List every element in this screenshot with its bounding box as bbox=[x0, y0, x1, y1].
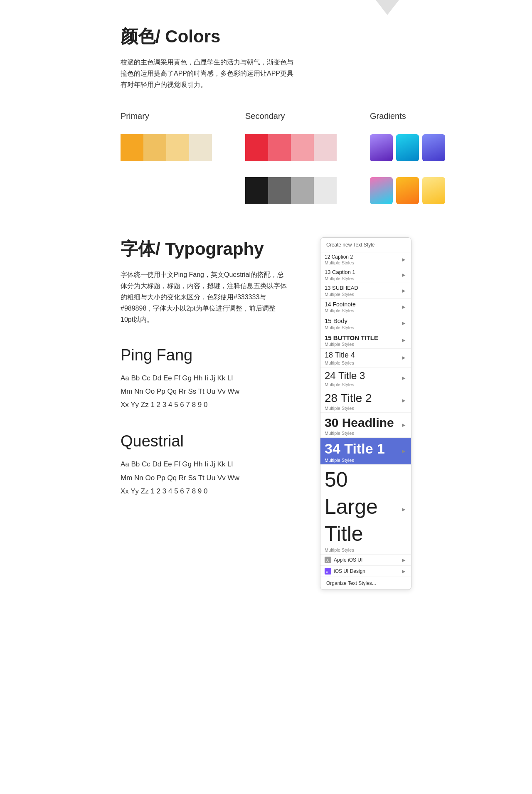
footer-row-apple: A Apple iOS UI bbox=[325, 557, 362, 563]
svg-text:D: D bbox=[326, 570, 328, 574]
item-sub-body: Multiple Styles bbox=[325, 325, 354, 330]
primary-label: Primary bbox=[121, 111, 212, 121]
item-text-caption2: 12 Caption 2 Multiple Styles bbox=[325, 254, 354, 266]
arrow-icon-subhead: ▶ bbox=[402, 288, 405, 293]
item-sub-subhead: Multiple Styles bbox=[325, 292, 358, 297]
item-text-title1: 34 Title 1 Multiple Styles bbox=[325, 439, 385, 463]
typography-right: Create new Text Style 12 Caption 2 Multi… bbox=[320, 237, 411, 590]
arrow-icon-title4: ▶ bbox=[402, 355, 405, 360]
primary-swatch-1 bbox=[121, 134, 143, 161]
questrial-block: Questrial Aa Bb Cc Dd Ee Ff Gg Hh Ii Jj … bbox=[121, 432, 295, 498]
secondary-swatch-4 bbox=[314, 134, 337, 161]
item-sub-caption2: Multiple Styles bbox=[325, 260, 354, 265]
arrow-icon-body: ▶ bbox=[402, 321, 405, 326]
panel-item-caption1[interactable]: 13 Caption 1 Multiple Styles ▶ bbox=[320, 267, 411, 283]
footer-row-ios: D iOS UI Design bbox=[325, 568, 365, 575]
page-container: 颜色/ Colors 校派的主色调采用黄色，凸显学生的活力与朝气，渐变色与撞色的… bbox=[79, 0, 453, 615]
item-text-title2: 28 Title 2 Multiple Styles bbox=[325, 391, 372, 411]
item-name-caption1: 13 Caption 1 bbox=[325, 269, 355, 276]
arrow-icon-large-title: ▶ bbox=[402, 507, 405, 512]
arrow-icon-button-title: ▶ bbox=[402, 338, 405, 343]
item-sub-title4: Multiple Styles bbox=[325, 360, 355, 365]
gradient-6 bbox=[422, 177, 445, 204]
svg-text:A: A bbox=[326, 558, 329, 562]
item-name-title1: 34 Title 1 bbox=[325, 439, 385, 458]
item-sub-caption1: Multiple Styles bbox=[325, 276, 355, 281]
secondary-dark-3 bbox=[291, 177, 314, 204]
typography-description: 字体统一使用中文Ping Fang，英文Questrial的搭配，总体分为大标题… bbox=[121, 269, 287, 325]
primary-swatch-2 bbox=[143, 134, 166, 161]
item-name-button-title: 15 BUTTON TITLE bbox=[325, 334, 378, 342]
panel-organize[interactable]: Organize Text Styles... bbox=[320, 577, 411, 589]
item-sub-headline: Multiple Styles bbox=[325, 431, 394, 436]
panel-item-apple-ios[interactable]: A Apple iOS UI ▶ bbox=[320, 555, 411, 566]
ping-fang-block: Ping Fang Aa Bb Cc Dd Ee Ff Gg Hh Ii Jj … bbox=[121, 346, 295, 412]
item-sub-title3: Multiple Styles bbox=[325, 382, 365, 387]
item-text-title3: 24 Title 3 Multiple Styles bbox=[325, 369, 365, 387]
secondary-swatch-3 bbox=[291, 134, 314, 161]
item-name-footnote: 14 Footnote bbox=[325, 301, 356, 308]
panel-item-button-title[interactable]: 15 BUTTON TITLE Multiple Styles ▶ bbox=[320, 332, 411, 349]
ping-fang-sample: Aa Bb Cc Dd Ee Ff Gg Hh Ii Jj Kk Ll Mm N… bbox=[121, 372, 295, 412]
secondary-row-1 bbox=[245, 134, 337, 161]
item-name-caption2: 12 Caption 2 bbox=[325, 254, 354, 261]
arrow-icon-caption1: ▶ bbox=[402, 272, 405, 278]
item-name-title4: 18 Title 4 bbox=[325, 350, 355, 360]
item-text-button-title: 15 BUTTON TITLE Multiple Styles bbox=[325, 334, 378, 347]
colors-description: 校派的主色调采用黄色，凸显学生的活力与朝气，渐变色与撞色的运用提高了APP的时尚… bbox=[121, 57, 295, 91]
panel-item-large-title[interactable]: 50 Large Title Multiple Styles ▶ bbox=[320, 465, 411, 555]
gradients-group: Gradients bbox=[370, 111, 445, 204]
secondary-label: Secondary bbox=[245, 111, 337, 121]
secondary-row-2 bbox=[245, 177, 337, 204]
panel-item-title2[interactable]: 28 Title 2 Multiple Styles ▶ bbox=[320, 389, 411, 413]
apple-ios-label: Apple iOS UI bbox=[334, 557, 362, 563]
panel-item-body[interactable]: 15 Body Multiple Styles ▶ bbox=[320, 315, 411, 332]
colors-section: 颜色/ Colors 校派的主色调采用黄色，凸显学生的活力与朝气，渐变色与撞色的… bbox=[121, 25, 411, 204]
questrial-label: Questrial bbox=[121, 432, 295, 450]
text-styles-panel: Create new Text Style 12 Caption 2 Multi… bbox=[320, 237, 411, 590]
panel-item-caption2[interactable]: 12 Caption 2 Multiple Styles ▶ bbox=[320, 252, 411, 268]
primary-group: Primary bbox=[121, 111, 212, 161]
item-sub-footnote: Multiple Styles bbox=[325, 308, 356, 313]
secondary-group: Secondary bbox=[245, 111, 337, 204]
ping-fang-label: Ping Fang bbox=[121, 346, 295, 364]
panel-header: Create new Text Style bbox=[320, 238, 411, 252]
typography-section: 字体/ Typography 字体统一使用中文Ping Fang，英文Quest… bbox=[121, 237, 411, 590]
panel-item-title4[interactable]: 18 Title 4 Multiple Styles ▶ bbox=[320, 349, 411, 367]
arrow-icon-title1: ▶ bbox=[402, 449, 405, 454]
item-name-title3: 24 Title 3 bbox=[325, 369, 365, 382]
item-name-large-title: 50 Large Title bbox=[325, 466, 402, 547]
item-sub-button-title: Multiple Styles bbox=[325, 342, 378, 347]
gradient-2 bbox=[396, 134, 419, 161]
typography-title: 字体/ Typography bbox=[121, 237, 295, 261]
secondary-swatch-1 bbox=[245, 134, 268, 161]
item-text-body: 15 Body Multiple Styles bbox=[325, 317, 354, 330]
item-name-subhead: 13 SUBHEAD bbox=[325, 285, 358, 292]
item-name-body: 15 Body bbox=[325, 317, 354, 325]
arrow-icon-title3: ▶ bbox=[402, 375, 405, 381]
arrow-icon-title2: ▶ bbox=[402, 398, 405, 403]
item-text-caption1: 13 Caption 1 Multiple Styles bbox=[325, 269, 355, 281]
panel-item-footnote[interactable]: 14 Footnote Multiple Styles ▶ bbox=[320, 299, 411, 315]
secondary-swatch-2 bbox=[268, 134, 291, 161]
gradient-3 bbox=[422, 134, 445, 161]
panel-item-title3[interactable]: 24 Title 3 Multiple Styles ▶ bbox=[320, 367, 411, 389]
top-arrow-decoration bbox=[376, 0, 399, 15]
item-text-headline: 30 Headline Multiple Styles bbox=[325, 414, 394, 436]
colors-title: 颜色/ Colors bbox=[121, 25, 411, 48]
item-sub-large-title: Multiple Styles bbox=[325, 547, 402, 552]
ios-design-label: iOS UI Design bbox=[334, 568, 365, 574]
panel-item-ios-design[interactable]: D iOS UI Design ▶ bbox=[320, 566, 411, 577]
item-text-footnote: 14 Footnote Multiple Styles bbox=[325, 301, 356, 313]
apple-icon: A bbox=[325, 557, 331, 563]
item-sub-title2: Multiple Styles bbox=[325, 406, 372, 411]
arrow-icon-apple: ▶ bbox=[402, 557, 405, 563]
panel-item-title1[interactable]: 34 Title 1 Multiple Styles ▶ bbox=[320, 438, 411, 465]
item-sub-title1: Multiple Styles bbox=[325, 458, 385, 463]
secondary-dark-4 bbox=[314, 177, 337, 204]
panel-item-headline[interactable]: 30 Headline Multiple Styles ▶ bbox=[320, 413, 411, 438]
questrial-sample: Aa Bb Cc Dd Ee Ff Gg Hh Ii Jj Kk Ll Mm N… bbox=[121, 458, 295, 498]
panel-item-subhead[interactable]: 13 SUBHEAD Multiple Styles ▶ bbox=[320, 283, 411, 299]
organize-label: Organize Text Styles... bbox=[326, 580, 376, 586]
color-groups: Primary Secondary bbox=[121, 111, 411, 204]
